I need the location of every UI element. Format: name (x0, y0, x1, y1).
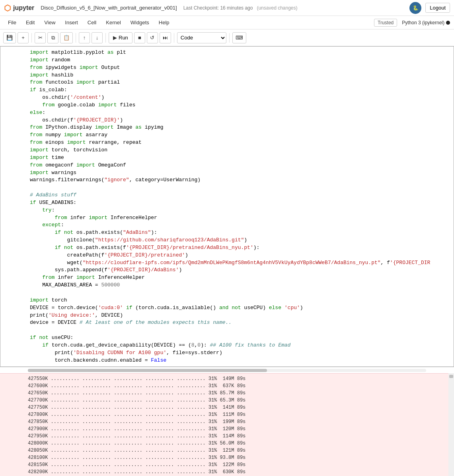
toolbar: 💾 + ✂ ⧉ 📋 ↑ ↓ ▶ Run ■ ↺ ⏭ Code Markdown … (0, 29, 454, 46)
kernel-status-dot (446, 21, 450, 25)
save-button[interactable]: 💾 (3, 32, 16, 43)
topbar-right: 🐍 Logout (409, 2, 450, 14)
fast-forward-button[interactable]: ⏭ (160, 32, 171, 43)
code-line-42: torch.backends.cudnn.enabled = False (30, 357, 452, 364)
jupyter-app-name: jupyter (13, 4, 34, 12)
main-content: import matplotlib.pyplot as plt import r… (0, 46, 454, 476)
menu-insert[interactable]: Insert (61, 18, 82, 27)
code-line-36: print('Using device:', DEVICE) (30, 312, 452, 319)
code-line-35: DEVICE = torch.device('cuda:0' if (torch… (30, 304, 452, 312)
output-line-4: 427700K .......... .......... ..........… (28, 397, 448, 404)
logout-button[interactable]: Logout (425, 3, 450, 13)
code-line-27: if not os.path.exists(f'{PROJECT_DIR}/pr… (30, 244, 452, 252)
toolbar-separator-4 (174, 33, 174, 43)
run-button[interactable]: ▶ Run (109, 32, 132, 43)
code-line-6: if is_colab: (30, 86, 452, 94)
code-line-16: from omegaconf import OmegaConf (30, 162, 452, 169)
output-wrapper: 427550K .......... .......... ..........… (0, 373, 454, 476)
kernel-info: Python 3 (ipykernel) (402, 20, 450, 25)
keyboard-shortcut-button[interactable]: ⌨ (232, 32, 246, 43)
toolbar-separator-5 (229, 33, 230, 43)
code-line-34: import torch (30, 297, 452, 304)
output-line-5: 427750K .......... .......... ..........… (28, 404, 448, 411)
topbar: ⬡ jupyter Disco_Diffusion_v5_6_[Now_with… (0, 0, 454, 16)
stop-button[interactable]: ■ (134, 32, 145, 43)
toolbar-separator-3 (105, 33, 106, 43)
horizontal-scrollbar-track[interactable] (28, 369, 426, 372)
output-line-14: 428200K .......... .......... ..........… (28, 468, 448, 476)
code-line-38 (30, 327, 452, 334)
cell-prompt (0, 47, 28, 366)
code-line-19 (30, 184, 452, 192)
code-line-8: from google.colab import files (30, 102, 452, 109)
vertical-scroll-up-area[interactable] (449, 375, 453, 378)
menu-view[interactable]: View (40, 18, 59, 27)
menu-edit[interactable]: Edit (22, 18, 39, 27)
code-cell: import matplotlib.pyplot as plt import r… (0, 46, 454, 367)
output-line-10: 428000K .......... .......... ..........… (28, 440, 448, 447)
menu-kernel[interactable]: Kernel (102, 18, 125, 27)
code-line-24: except: (30, 221, 452, 229)
output-area: 427550K .......... .......... ..........… (0, 373, 448, 476)
add-cell-button[interactable]: + (18, 32, 29, 43)
code-line-41: print('Disabling CUDNN for A100 gpu', fi… (30, 349, 452, 357)
move-up-button[interactable]: ↑ (79, 32, 90, 43)
checkpoint-info: Last Checkpoint: 16 minutes ago (unsaved… (183, 5, 298, 11)
copy-cell-button[interactable]: ⧉ (47, 32, 58, 43)
code-line-29: wget("https://cloudflare-ipfs.com/ipfs/Q… (30, 259, 452, 267)
code-line-17: import warnings (30, 169, 452, 177)
code-line-25: if not os.path.exists("AdaBins"): (30, 229, 452, 237)
cell-type-select[interactable]: Code Markdown Raw NBConvert Heading (177, 32, 226, 43)
code-line-28: createPath(f'{PROJECT_DIR}/pretrained') (30, 252, 452, 259)
code-line-32: MAX_ADABINS_AREA = 500000 (30, 282, 452, 289)
cell-input-area: import matplotlib.pyplot as plt import r… (0, 47, 454, 366)
code-line-21: if USE_ADABINS: (30, 199, 452, 207)
code-line-15: import time (30, 154, 452, 162)
code-line-26: gitclone("https://github.com/shariqfaroo… (30, 237, 452, 244)
code-line-10: os.chdir(f'{PROJECT_DIR}') (30, 117, 452, 124)
jupyter-logo: ⬡ jupyter (4, 3, 34, 13)
code-line-13: from einops import rearrange, repeat (30, 139, 452, 147)
code-line-9: else: (30, 109, 452, 117)
cut-cell-button[interactable]: ✂ (35, 32, 46, 43)
code-line-2: import random (30, 57, 452, 64)
horizontal-scrollbar-area (0, 367, 454, 373)
menu-help[interactable]: Help (155, 18, 173, 27)
code-line-18: warnings.filterwarnings("ignore", catego… (30, 176, 452, 184)
trusted-badge: Trusted (374, 19, 397, 27)
output-line-1: 427550K .......... .......... ..........… (28, 375, 448, 382)
run-icon: ▶ (113, 35, 117, 41)
code-line-22: try: (30, 207, 452, 214)
code-line-14: import torch, torchvision (30, 147, 452, 154)
output-line-11: 428050K .......... .......... ..........… (28, 447, 448, 454)
output-line-13: 428150K .......... .......... ..........… (28, 461, 448, 468)
run-label: Run (119, 35, 128, 41)
code-line-40: if torch.cuda.get_device_capability(DEVI… (30, 342, 452, 349)
code-line-4: import hashlib (30, 72, 452, 79)
output-line-6: 427800K .......... .......... ..........… (28, 411, 448, 418)
code-line-37: device = DEVICE # At least one of the mo… (30, 319, 452, 327)
menu-file[interactable]: File (4, 18, 20, 27)
python-logo: 🐍 (409, 2, 421, 14)
move-down-button[interactable]: ↓ (92, 32, 103, 43)
output-line-3: 427650K .......... .......... ..........… (28, 390, 448, 397)
code-line-3: from ipywidgets import Output (30, 64, 452, 72)
toolbar-separator-1 (31, 33, 32, 43)
code-line-5: from functools import partial (30, 79, 452, 86)
restart-button[interactable]: ↺ (147, 32, 158, 43)
notebook-title: Disco_Diffusion_v5_6_[Now_with_portrait_… (41, 5, 177, 11)
cell-code[interactable]: import matplotlib.pyplot as plt import r… (28, 47, 454, 366)
paste-cell-button[interactable]: 📋 (60, 32, 73, 43)
code-line-20: # AdaBins stuff (30, 192, 452, 199)
code-line-39: if not useCPU: (30, 334, 452, 342)
vertical-scrollbar[interactable] (448, 373, 454, 476)
output-line-12: 428100K .......... .......... ..........… (28, 454, 448, 461)
code-line-1: import matplotlib.pyplot as plt (30, 49, 452, 57)
menu-cell[interactable]: Cell (84, 18, 100, 27)
horizontal-scrollbar-thumb[interactable] (28, 369, 267, 372)
code-line-12: from numpy import asarray (30, 131, 452, 139)
menu-widgets[interactable]: Widgets (127, 18, 153, 27)
topbar-left: ⬡ jupyter Disco_Diffusion_v5_6_[Now_with… (4, 3, 298, 13)
toolbar-separator-2 (76, 33, 76, 43)
output-line-2: 427600K .......... .......... ..........… (28, 382, 448, 390)
